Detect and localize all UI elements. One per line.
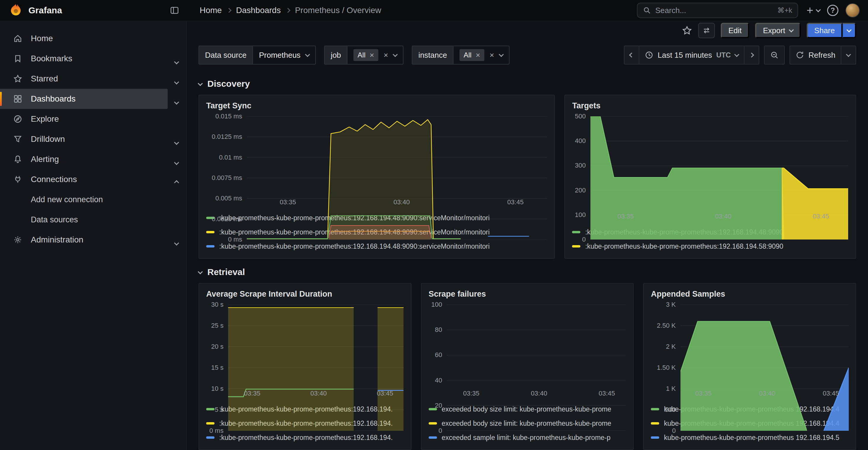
bell-icon xyxy=(13,155,23,164)
search-input[interactable] xyxy=(655,6,773,15)
y-axis-label: 500 xyxy=(665,406,676,414)
share-label: Share xyxy=(814,26,835,35)
chart-plot-area[interactable] xyxy=(228,304,403,388)
chart-plot-area[interactable] xyxy=(247,116,547,197)
sidebar-item-add-new-connection[interactable]: Add new connection xyxy=(0,190,168,210)
panel-target-sync: Target Sync 0 ms0.0025 ms0.005 ms0.0075 … xyxy=(198,95,555,259)
help-button[interactable]: ? xyxy=(827,5,838,16)
instance-value-tag[interactable]: All× xyxy=(460,49,484,61)
chart-canvas[interactable] xyxy=(680,304,849,431)
clear-filter-icon[interactable]: × xyxy=(490,51,494,59)
chart-canvas[interactable] xyxy=(247,116,547,239)
sidebar-item-bookmarks[interactable]: Bookmarks xyxy=(0,49,168,69)
y-axis-label: 40 xyxy=(435,377,442,384)
legend-item[interactable]: kube-prometheus-kube-prome-prometheus 19… xyxy=(651,430,848,445)
y-axis: 020406080100 xyxy=(429,304,447,388)
time-range-picker[interactable]: Last 15 minutes UTC xyxy=(639,45,744,65)
remove-tag-icon[interactable]: × xyxy=(476,51,480,59)
export-button[interactable]: Export xyxy=(755,23,801,38)
top-nav: Grafana Home Dashboards Prometheus / Ove… xyxy=(0,0,868,21)
share-options-button[interactable] xyxy=(842,23,856,38)
sidebar-item-data-sources[interactable]: Data sources xyxy=(0,210,168,230)
x-axis-label: 03:35 xyxy=(463,390,479,397)
plug-icon xyxy=(13,175,23,184)
zoom-out-button[interactable] xyxy=(764,45,785,65)
chart-plot-area[interactable] xyxy=(590,116,848,211)
sidebar-item-label: Administration xyxy=(31,235,83,245)
chevron-right-icon xyxy=(749,53,754,58)
chevron-down-icon xyxy=(816,7,821,12)
user-avatar[interactable] xyxy=(845,3,860,18)
datasource-picker[interactable]: Data source Prometheus xyxy=(198,45,316,65)
job-value-tag[interactable]: All× xyxy=(353,49,378,61)
grafana-logo-icon[interactable] xyxy=(8,3,23,18)
clear-filter-icon[interactable]: × xyxy=(384,51,388,59)
legend-item[interactable]: :kube-prometheus-kube-prome-prometheus:1… xyxy=(206,430,404,445)
sidebar-item-explore[interactable]: Explore xyxy=(0,109,168,129)
add-menu-button[interactable] xyxy=(805,6,820,15)
search-box[interactable]: ⌘+k xyxy=(637,3,798,18)
chevron-up-icon[interactable] xyxy=(175,177,178,187)
y-axis-label: 100 xyxy=(431,301,442,309)
section-discovery[interactable]: Discovery xyxy=(187,70,868,95)
sidebar-item-label: Home xyxy=(31,34,53,43)
sidebar-item-drilldown[interactable]: Drilldown xyxy=(0,129,168,149)
sidebar-item-label: Alerting xyxy=(31,155,59,164)
bookmark-icon xyxy=(13,54,23,63)
brand-title: Grafana xyxy=(28,5,164,15)
dashboard-main: Edit Export Share Data source Prometheus… xyxy=(187,21,868,450)
breadcrumb-home[interactable]: Home xyxy=(200,6,222,15)
chart-canvas[interactable] xyxy=(228,304,403,431)
dashboards-grid-icon xyxy=(13,94,23,104)
chevron-down-icon[interactable] xyxy=(175,137,178,146)
instance-filter[interactable]: instance All× × xyxy=(412,45,509,65)
legend-series-marker xyxy=(651,422,659,424)
chevron-down-icon xyxy=(847,28,852,33)
panel-title: Target Sync xyxy=(206,101,547,110)
nav-right: ⌘+k ? xyxy=(637,3,868,18)
view-mode-toggle-icon[interactable] xyxy=(698,23,715,38)
legend-series-marker xyxy=(429,422,437,424)
instance-label: instance xyxy=(412,45,453,65)
time-shift-back-button[interactable] xyxy=(624,45,639,65)
chevron-down-icon xyxy=(734,52,739,57)
chevron-down-icon[interactable] xyxy=(175,76,178,86)
time-shift-forward-button[interactable] xyxy=(744,45,759,65)
job-filter[interactable]: job All× × xyxy=(324,45,403,65)
chart-plot-area[interactable] xyxy=(680,304,848,388)
remove-tag-icon[interactable]: × xyxy=(370,51,374,59)
x-axis-label: 03:45 xyxy=(813,213,829,220)
y-axis-label: 500 xyxy=(575,112,586,120)
x-axis: 03:3503:4003:45 xyxy=(247,197,547,207)
sidebar-item-starred[interactable]: Starred xyxy=(0,69,168,89)
chevron-down-icon[interactable] xyxy=(175,56,178,66)
chevron-down-icon[interactable] xyxy=(175,237,178,247)
chart-canvas[interactable] xyxy=(447,304,626,431)
edit-button[interactable]: Edit xyxy=(721,23,749,38)
y-axis-label: 15 s xyxy=(211,364,224,372)
sidebar-toggle-icon[interactable] xyxy=(169,5,180,15)
section-retrieval[interactable]: Retrieval xyxy=(187,259,868,283)
targets-chart: 0100200300400500 03:3503:4003:45 :kube-p… xyxy=(572,116,848,253)
chart-plot-area[interactable] xyxy=(447,304,626,388)
time-range-value: Last 15 minutes xyxy=(658,51,712,60)
chevron-down-icon[interactable] xyxy=(175,97,178,106)
legend-item[interactable]: exceeded sample limit: kube-prometheus-k… xyxy=(429,430,626,445)
sidebar-item-dashboards[interactable]: Dashboards xyxy=(0,89,168,109)
legend-series-label: :kube-prometheus-kube-prome-prometheus:1… xyxy=(219,434,393,442)
breadcrumb-dashboards[interactable]: Dashboards xyxy=(236,6,281,15)
panel-row-retrieval: Average Scrape Interval Duration 0 ms5 s… xyxy=(187,283,868,450)
refresh-interval-button[interactable] xyxy=(841,45,856,65)
sidebar-item-alerting[interactable]: Alerting xyxy=(0,149,168,169)
legend-item[interactable]: :kube-prometheus-kube-prome-prometheus:1… xyxy=(572,239,848,253)
share-button[interactable]: Share xyxy=(807,23,842,38)
legend-item[interactable]: :kube-prometheus-kube-prome-prometheus:1… xyxy=(206,239,547,253)
legend-series-marker xyxy=(651,437,659,439)
sidebar-item-administration[interactable]: Administration xyxy=(0,230,168,250)
chevron-down-icon[interactable] xyxy=(175,157,178,166)
refresh-button[interactable]: Refresh xyxy=(789,45,841,65)
sidebar-item-home[interactable]: Home xyxy=(0,28,168,49)
sidebar-item-connections[interactable]: Connections xyxy=(0,169,168,190)
x-axis-label: 03:40 xyxy=(310,390,327,397)
favorite-star-icon[interactable] xyxy=(682,25,692,36)
